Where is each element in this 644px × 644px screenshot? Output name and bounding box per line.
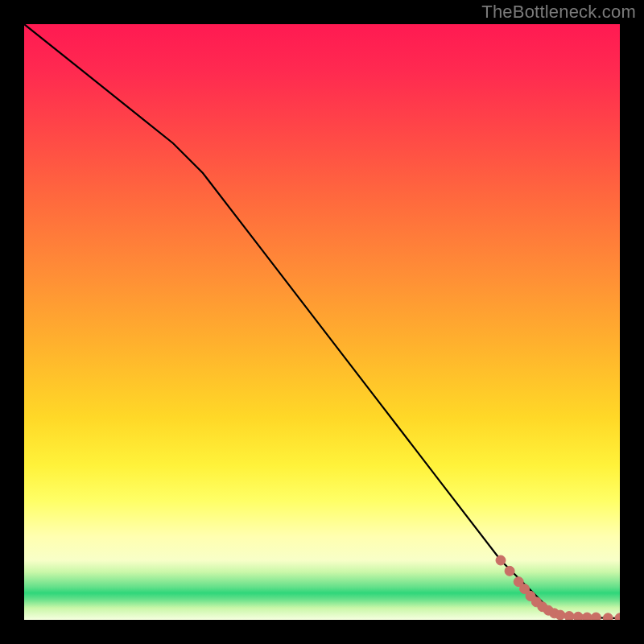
chart-frame: TheBottleneck.com [0, 0, 644, 644]
pt-n [591, 613, 601, 620]
pt-j [555, 610, 565, 620]
pt-m [582, 613, 592, 620]
pt-k [564, 612, 574, 620]
pt-a [496, 555, 506, 565]
pt-p [615, 613, 620, 620]
pt-o [603, 613, 613, 620]
main-curve [24, 24, 620, 618]
marker-group [496, 555, 620, 620]
watermark-text: TheBottleneck.com [481, 2, 636, 23]
pt-b [505, 566, 514, 576]
chart-overlay [24, 24, 620, 620]
plot-area [24, 24, 620, 620]
pt-l [573, 612, 583, 620]
